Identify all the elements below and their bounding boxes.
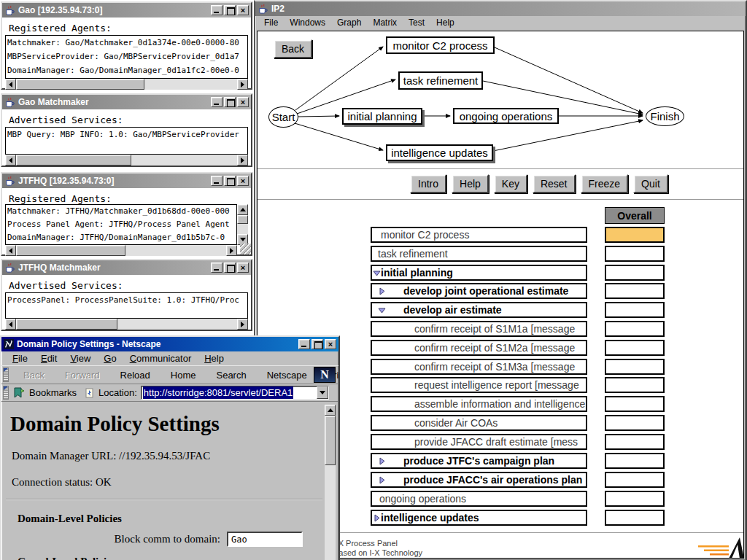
scroll-left-button[interactable] bbox=[5, 155, 16, 166]
overall-cell[interactable] bbox=[605, 377, 665, 393]
netscape-logo[interactable]: N bbox=[314, 367, 336, 383]
task-row-confirm-s1m2a[interactable]: confirm receipt of S1M2a [message bbox=[371, 340, 587, 356]
url-dropdown-button[interactable] bbox=[317, 386, 328, 399]
toolbar-grip[interactable] bbox=[3, 386, 9, 400]
vertical-scrollbar[interactable] bbox=[237, 204, 248, 245]
menu-go[interactable]: Go bbox=[97, 352, 123, 365]
netscape-titlebar[interactable]: Domain Policy Settings - Netscape × bbox=[1, 337, 338, 351]
ip2-menu-matrix[interactable]: Matrix bbox=[367, 16, 403, 29]
task-row-assemble-information[interactable]: assemble information and intelligence bbox=[371, 396, 587, 412]
overall-cell[interactable] bbox=[605, 472, 665, 488]
task-row-provide-jfacc-draft-estimate[interactable]: provide JFACC draft estimate [mess bbox=[371, 434, 587, 450]
expanded-triangle-icon[interactable] bbox=[373, 269, 381, 277]
collapsed-triangle-icon[interactable] bbox=[378, 457, 386, 465]
ip2-menu-help[interactable]: Help bbox=[430, 16, 460, 29]
gao-matchmaker-titlebar[interactable]: Gao Matchmaker × bbox=[2, 95, 251, 109]
collapsed-triangle-icon[interactable] bbox=[378, 476, 386, 484]
graph-node-start[interactable]: Start bbox=[268, 106, 298, 128]
agent-list[interactable]: Matchmaker: Gao/Matchmaker_0d1a374e-00e0… bbox=[5, 35, 248, 79]
overall-cell-active[interactable] bbox=[605, 227, 665, 243]
ip2-menu-test[interactable]: Test bbox=[403, 16, 430, 29]
close-button[interactable]: × bbox=[237, 97, 249, 107]
resize-grip[interactable] bbox=[240, 244, 251, 254]
maximize-button[interactable] bbox=[311, 339, 323, 349]
menu-edit[interactable]: Edit bbox=[34, 352, 63, 365]
forward-button[interactable]: Forward bbox=[55, 370, 110, 381]
back-button[interactable]: Back bbox=[274, 39, 312, 58]
overall-cell[interactable] bbox=[605, 396, 665, 412]
task-row-request-intelligence-report[interactable]: request intelligence report [message bbox=[371, 377, 587, 393]
back-button[interactable]: Back bbox=[13, 370, 55, 381]
minimize-button[interactable] bbox=[211, 176, 222, 186]
overall-cell[interactable] bbox=[605, 359, 665, 375]
graph-node-monitor-c2-process[interactable]: monitor C2 process bbox=[386, 36, 495, 54]
graph-node-task-refinement[interactable]: task refinement bbox=[398, 71, 483, 90]
help-button[interactable]: Help bbox=[452, 174, 489, 193]
task-row-ongoing-operations[interactable]: ongoing operations bbox=[371, 491, 587, 507]
minimize-button[interactable] bbox=[211, 262, 222, 273]
close-button[interactable]: × bbox=[237, 5, 249, 15]
reset-button[interactable]: Reset bbox=[533, 174, 576, 193]
scroll-up-button[interactable] bbox=[325, 405, 336, 416]
menu-view[interactable]: View bbox=[63, 352, 97, 365]
menu-communicator[interactable]: Communicator bbox=[123, 352, 198, 365]
toolbar-grip[interactable] bbox=[3, 368, 9, 382]
quit-button[interactable]: Quit bbox=[633, 174, 668, 193]
horizontal-scrollbar[interactable] bbox=[5, 319, 248, 330]
horizontal-scrollbar[interactable] bbox=[5, 79, 248, 90]
overall-cell[interactable] bbox=[605, 434, 665, 450]
task-row-confirm-s1m1a[interactable]: confirm receipt of S1M1a [message bbox=[371, 321, 587, 337]
task-row-task-refinement[interactable]: task refinement bbox=[371, 246, 587, 262]
minimize-button[interactable] bbox=[211, 97, 222, 107]
overall-cell[interactable] bbox=[605, 246, 665, 262]
close-button[interactable]: × bbox=[237, 262, 249, 273]
task-row-develop-joint-operational-estimate[interactable]: develop joint operational estimate bbox=[371, 283, 587, 299]
horizontal-scrollbar[interactable] bbox=[5, 245, 237, 256]
overall-cell[interactable] bbox=[605, 302, 665, 318]
maximize-button[interactable] bbox=[224, 176, 236, 186]
scroll-left-button[interactable] bbox=[5, 319, 16, 330]
ip2-menu-windows[interactable]: Windows bbox=[284, 16, 331, 29]
freeze-button[interactable]: Freeze bbox=[581, 174, 629, 193]
overall-cell[interactable] bbox=[605, 491, 665, 507]
overall-cell[interactable] bbox=[605, 265, 665, 281]
task-row-monitor-c2-process[interactable]: monitor C2 process bbox=[371, 227, 587, 243]
graph-node-ongoing-operations[interactable]: ongoing operations bbox=[453, 108, 559, 124]
ip2-menu-file[interactable]: File bbox=[258, 16, 284, 29]
overall-cell[interactable] bbox=[605, 453, 665, 469]
agent-list[interactable]: Matchmaker: JTFHQ/Matchmaker_0d1b68dd-00… bbox=[5, 204, 237, 245]
maximize-button[interactable] bbox=[224, 5, 236, 15]
task-row-initial-planning[interactable]: initial planning bbox=[371, 265, 587, 281]
ip2-menu-graph[interactable]: Graph bbox=[331, 16, 367, 29]
netscape-button[interactable]: Netscape bbox=[257, 370, 317, 381]
home-button[interactable]: Home bbox=[160, 370, 206, 381]
close-button[interactable]: × bbox=[325, 339, 336, 349]
scroll-up-button[interactable] bbox=[237, 204, 248, 215]
overall-cell[interactable] bbox=[605, 321, 665, 337]
task-row-produce-jfacc-air-operations-plan[interactable]: produce JFACC's air operations plan bbox=[371, 472, 587, 488]
collapsed-triangle-icon[interactable] bbox=[373, 514, 381, 522]
menu-file[interactable]: File bbox=[6, 352, 34, 365]
bookmarks-label[interactable]: Bookmarks bbox=[29, 387, 77, 398]
scroll-right-button[interactable] bbox=[237, 79, 248, 90]
task-row-consider-air-coas[interactable]: consider Air COAs bbox=[371, 415, 587, 431]
scroll-right-button[interactable] bbox=[237, 155, 248, 166]
graph-node-finish[interactable]: Finish bbox=[646, 106, 684, 126]
overall-cell[interactable] bbox=[605, 340, 665, 356]
block-comm-input[interactable] bbox=[227, 532, 303, 547]
url-input[interactable]: http://storridge:8081/servlet/DERA1 bbox=[141, 386, 329, 400]
minimize-button[interactable] bbox=[211, 5, 222, 15]
key-button[interactable]: Key bbox=[494, 174, 527, 193]
maximize-button[interactable] bbox=[224, 262, 236, 273]
menu-help[interactable]: Help bbox=[198, 352, 231, 365]
jtfhq-matchmaker-titlebar[interactable]: JTFHQ Matchmaker × bbox=[2, 260, 251, 275]
graph-node-initial-planning[interactable]: initial planning bbox=[342, 108, 422, 125]
page-vertical-scrollbar[interactable] bbox=[325, 405, 336, 560]
overall-cell[interactable] bbox=[605, 510, 665, 526]
collapsed-triangle-icon[interactable] bbox=[378, 287, 386, 295]
service-list[interactable]: ProcessPanel: ProcessPanelSuite: 1.0: JT… bbox=[5, 292, 248, 319]
task-row-confirm-s1m3a[interactable]: confirm receipt of S1M3a [message bbox=[371, 359, 587, 375]
jtfhq-titlebar[interactable]: JTFHQ [192.35.94.73:0] × bbox=[2, 174, 251, 188]
task-row-intelligence-updates[interactable]: intelligence updates bbox=[371, 510, 587, 526]
search-button[interactable]: Search bbox=[206, 370, 256, 381]
